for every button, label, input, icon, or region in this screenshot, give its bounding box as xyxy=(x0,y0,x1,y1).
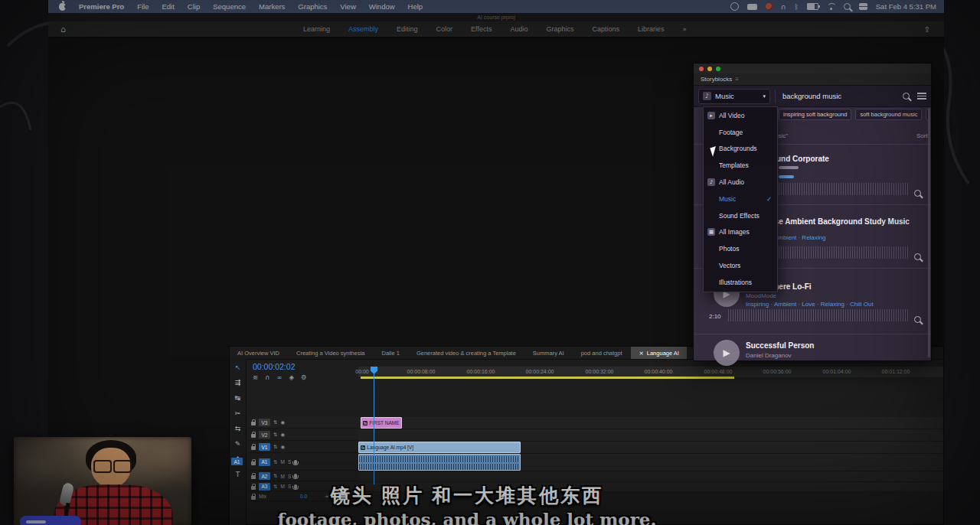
sync-lock-icon[interactable]: ⇅ xyxy=(273,444,277,450)
chip[interactable]: soft background music xyxy=(855,109,922,120)
sync-lock-icon[interactable]: ⇅ xyxy=(273,459,277,465)
sequence-tab[interactable]: Dalle 1 xyxy=(374,347,407,359)
track-header-v2[interactable]: V2 ⇅ ◉ xyxy=(248,429,358,441)
lock-icon[interactable] xyxy=(251,475,256,479)
apple-menu-icon[interactable] xyxy=(59,3,66,11)
sequence-tab[interactable]: pod and chatgpt xyxy=(573,347,630,359)
sequence-tab[interactable]: Generated video & creating a Template xyxy=(409,347,524,359)
track-visibility-icon[interactable]: ◉ xyxy=(280,432,285,438)
timeline-settings-icon[interactable]: ⚙ xyxy=(301,373,307,381)
workspace-color[interactable]: Color xyxy=(436,25,453,33)
type-tool-icon[interactable]: T xyxy=(236,471,240,478)
scrollbar[interactable] xyxy=(928,108,930,357)
workspace-captions[interactable]: Captions xyxy=(592,25,619,33)
razor-tool-icon[interactable]: ✂ xyxy=(235,409,241,417)
workspace-overflow[interactable]: » xyxy=(683,25,688,33)
audio-clip-language-ai[interactable] xyxy=(358,454,521,471)
recording-app-icon[interactable] xyxy=(766,3,773,10)
chip[interactable]: inspiring soft background xyxy=(779,109,851,120)
track-badge[interactable]: A2 xyxy=(259,472,270,480)
snap-icon[interactable]: ∩ xyxy=(265,373,270,381)
menu-bar-clock[interactable]: Sat Feb 4 5:31 PM xyxy=(876,2,936,11)
storyblocks-search[interactable] xyxy=(775,90,913,103)
menu-markers[interactable]: Markers xyxy=(259,2,285,11)
find-similar-icon[interactable] xyxy=(914,186,921,200)
share-icon[interactable]: ⇪ xyxy=(924,25,930,34)
track-badge[interactable]: A1 xyxy=(259,458,270,466)
menu-file[interactable]: File xyxy=(137,2,149,11)
track-lane-a2[interactable] xyxy=(358,471,943,482)
lock-icon[interactable] xyxy=(251,461,256,465)
bluetooth-icon[interactable]: ᛒ xyxy=(794,3,798,11)
track-header-v3[interactable]: V3 ⇅ ◉ xyxy=(248,417,358,429)
solo-button[interactable]: S xyxy=(288,474,291,479)
minimize-window-icon[interactable] xyxy=(707,67,712,71)
workspace-effects[interactable]: Effects xyxy=(471,25,492,33)
menu-window[interactable]: Window xyxy=(369,2,395,11)
menu-item-all-video[interactable]: ▸ All Video xyxy=(704,107,777,124)
result-tags[interactable]: Inspiring · Ambient · Love · Relaxing · … xyxy=(746,301,874,308)
panel-menu-icon[interactable]: ≡ xyxy=(735,76,739,83)
mute-button[interactable]: M xyxy=(280,459,284,465)
sequence-tab-active[interactable]: × Language AI xyxy=(631,347,686,359)
storyblocks-titlebar[interactable] xyxy=(694,64,931,73)
lock-icon[interactable] xyxy=(251,446,256,450)
result-artist[interactable]: Daniel Draganov xyxy=(746,352,792,359)
search-input[interactable] xyxy=(781,91,900,101)
menu-item-photos[interactable]: Photos xyxy=(704,240,777,257)
ripple-edit-tool-icon[interactable]: ↹ xyxy=(235,394,241,402)
timeline-timecode[interactable]: 00:00:02:02 xyxy=(253,362,295,371)
voiceover-record-icon[interactable] xyxy=(294,474,297,478)
wifi-icon[interactable] xyxy=(827,3,835,10)
workspace-editing[interactable]: Editing xyxy=(397,25,418,33)
lock-icon[interactable] xyxy=(251,434,256,438)
app-menu[interactable]: Premiere Pro xyxy=(79,2,124,11)
lock-icon[interactable] xyxy=(251,422,256,426)
close-icon[interactable]: × xyxy=(639,350,643,357)
track-visibility-icon[interactable]: ◉ xyxy=(280,444,285,450)
timeline-display-settings-icon[interactable]: ≋ xyxy=(253,373,258,381)
headphones-icon[interactable]: ∩ xyxy=(781,3,786,11)
track-header-v1[interactable]: V1 ⇅ ◉ xyxy=(248,442,358,453)
sync-lock-icon[interactable]: ⇅ xyxy=(273,432,277,438)
menu-item-sound-effects[interactable]: Sound Effects xyxy=(704,207,777,224)
menu-view[interactable]: View xyxy=(340,2,355,11)
menu-edit[interactable]: Edit xyxy=(162,2,174,11)
menu-graphics[interactable]: Graphics xyxy=(298,2,327,11)
sequence-tab[interactable]: AI Overview VID xyxy=(230,347,287,359)
video-clip-language-ai[interactable]: fx Language AI.mp4 [V] xyxy=(358,442,521,453)
tab-storyblocks[interactable]: Storyblocks xyxy=(701,76,732,83)
sync-lock-icon[interactable]: ⇅ xyxy=(273,419,277,426)
track-lane-v3[interactable] xyxy=(358,417,943,429)
menu-help[interactable]: Help xyxy=(408,2,423,11)
filter-menu-icon[interactable] xyxy=(917,93,926,99)
sequence-tab[interactable]: Summary AI xyxy=(525,347,572,359)
track-select-tool-icon[interactable]: ⇶ xyxy=(235,379,241,386)
add-marker-icon[interactable]: ◈ xyxy=(289,373,294,381)
do-not-disturb-icon[interactable] xyxy=(730,2,739,11)
sync-lock-icon[interactable]: ⇅ xyxy=(273,473,277,479)
workspace-audio[interactable]: Audio xyxy=(510,25,528,33)
find-similar-icon[interactable] xyxy=(914,249,921,263)
menu-item-footage[interactable]: Footage xyxy=(704,124,777,141)
zoom-window-icon[interactable] xyxy=(716,67,720,71)
sequence-tab[interactable]: Creating a Video synthesia xyxy=(289,347,373,359)
selection-tool-icon[interactable]: ↖ xyxy=(235,364,241,371)
slip-tool-icon[interactable]: ⇆ xyxy=(235,425,241,432)
menu-item-vectors[interactable]: Vectors xyxy=(704,257,777,274)
keyboard-icon[interactable] xyxy=(747,4,757,10)
linked-selection-icon[interactable]: ∞ xyxy=(276,373,282,381)
graphic-clip-first-name[interactable]: fx FIRST NAME xyxy=(361,417,402,429)
track-header-a1[interactable]: A1 ⇅ M S xyxy=(248,454,358,471)
music-result-row[interactable]: ▶ Successful Person Daniel Draganov xyxy=(694,334,931,363)
track-header-a2[interactable]: A2 ⇅ M S xyxy=(248,471,358,481)
menu-item-all-audio[interactable]: ♪ All Audio xyxy=(704,174,777,191)
menu-item-all-images[interactable]: ▦ All Images xyxy=(704,224,777,241)
workspace-assembly[interactable]: Assembly xyxy=(348,25,378,33)
pen-tool-icon[interactable]: ✎ xyxy=(235,440,241,448)
play-button[interactable]: ▶ xyxy=(714,340,740,366)
track-badge[interactable]: V1 xyxy=(259,443,270,451)
find-similar-icon[interactable] xyxy=(914,312,921,326)
workspace-graphics[interactable]: Graphics xyxy=(546,25,573,33)
result-artist[interactable]: MoodMode xyxy=(746,292,776,299)
